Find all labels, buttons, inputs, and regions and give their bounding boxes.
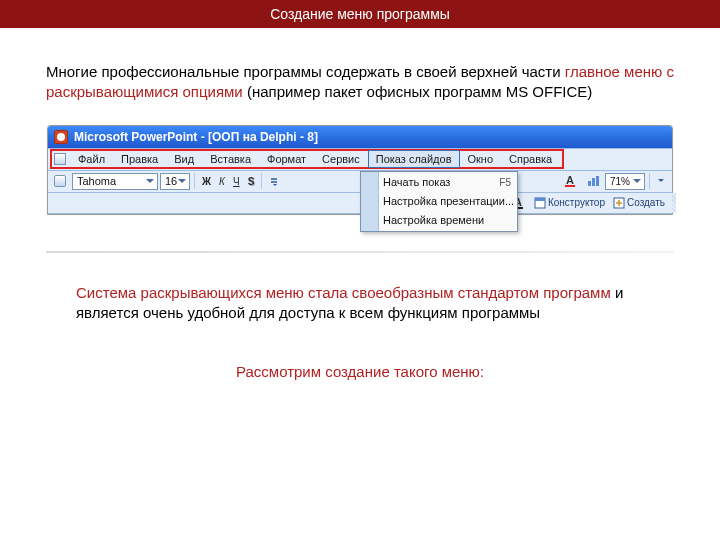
intro-text-2: (например пакет офисных программ MS OFFI… — [243, 83, 593, 100]
menu-view[interactable]: Вид — [166, 150, 202, 168]
menu-slideshow[interactable]: Показ слайдов — [368, 150, 460, 168]
dropdown-rehearse-timings[interactable]: Настройка времени — [361, 211, 517, 230]
svg-rect-3 — [592, 178, 595, 186]
menubar-highlight-box: Файл Правка Вид Вставка Формат Сервис По… — [50, 149, 564, 169]
closing-line: Рассмотрим создание такого меню: — [46, 363, 674, 380]
dropdown-setup-show[interactable]: Настройка презентации... — [361, 192, 517, 211]
slide-title: Создание меню программы — [270, 6, 450, 22]
font-size-select[interactable]: 16 — [160, 173, 190, 190]
toolbar-grip-icon — [54, 175, 66, 187]
svg-rect-2 — [588, 181, 591, 186]
italic-button[interactable]: К — [216, 172, 228, 190]
section-divider — [46, 251, 674, 253]
new-slide-button[interactable]: Создать — [610, 194, 668, 212]
menu-edit[interactable]: Правка — [113, 150, 166, 168]
slide-designer-button[interactable]: Конструктор — [531, 194, 608, 212]
svg-rect-1 — [565, 185, 575, 187]
menu-tools[interactable]: Сервис — [314, 150, 368, 168]
svg-text:A: A — [566, 174, 574, 186]
slide-header: Создание меню программы — [0, 0, 720, 28]
para2-red: Система раскрывающихся меню стала своеоб… — [76, 284, 611, 301]
slide-content: Многие профессиональные программы содерж… — [0, 28, 720, 380]
second-paragraph: Система раскрывающихся меню стала своеоб… — [76, 283, 644, 324]
menu-file[interactable]: Файл — [70, 150, 113, 168]
menu-format[interactable]: Формат — [259, 150, 314, 168]
intro-text-1: Многие профессиональные программы содерж… — [46, 63, 565, 80]
window-titlebar: Microsoft PowerPoint - [ООП на Delphi - … — [48, 126, 672, 148]
toolbar-dropdown-icon[interactable] — [654, 172, 668, 190]
window-title: Microsoft PowerPoint - [ООП на Delphi - … — [74, 130, 318, 144]
bold-button[interactable]: Ж — [199, 172, 214, 190]
menu-help[interactable]: Справка — [501, 150, 560, 168]
menubar: Файл Правка Вид Вставка Формат Сервис По… — [48, 148, 672, 170]
font-family-select[interactable]: Tahoma — [72, 173, 158, 190]
svg-rect-8 — [535, 198, 545, 201]
toolbar-edge-grip — [672, 193, 676, 213]
dropdown-start-show[interactable]: Начать показ F5 — [361, 173, 517, 192]
menu-insert[interactable]: Вставка — [202, 150, 259, 168]
font-color-button[interactable]: A — [561, 172, 581, 190]
svg-rect-4 — [596, 176, 599, 186]
slideshow-dropdown: Начать показ F5 Настройка презентации...… — [360, 171, 518, 232]
closing-text: Рассмотрим создание такого меню: — [236, 363, 484, 380]
menu-window[interactable]: Окно — [460, 150, 502, 168]
toolbar-expand-icon[interactable] — [266, 172, 282, 190]
powerpoint-window: Microsoft PowerPoint - [ООП на Delphi - … — [47, 125, 673, 215]
underline-button[interactable]: Ч — [230, 172, 243, 190]
intro-paragraph: Многие профессиональные программы содерж… — [46, 62, 674, 103]
shadow-button[interactable]: S — [245, 172, 258, 190]
zoom-select[interactable]: 71% — [605, 173, 645, 190]
chart-icon[interactable] — [583, 172, 603, 190]
powerpoint-icon — [54, 130, 68, 144]
system-menu-icon[interactable] — [54, 153, 66, 165]
